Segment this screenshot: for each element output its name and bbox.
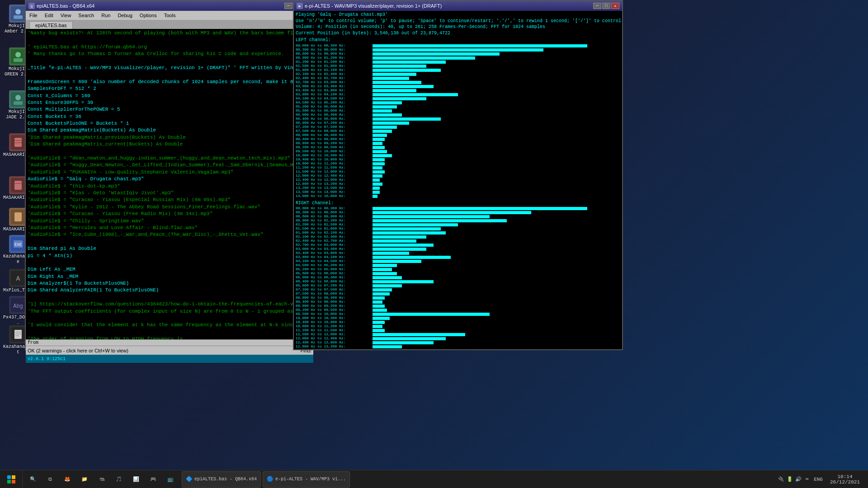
freq-bar <box>373 61 446 64</box>
taskbar-store[interactable]: 🛍 <box>94 471 110 488</box>
freq-bar-container <box>373 56 620 60</box>
freq-bar-right <box>373 313 490 316</box>
menu-file[interactable]: File <box>26 11 41 20</box>
svg-text:A: A <box>16 275 20 282</box>
freq-bar-container-right <box>373 211 620 214</box>
viz-window-controls: ─ □ ✕ <box>593 3 619 9</box>
start-button[interactable] <box>0 470 23 488</box>
menu-search[interactable]: Search <box>75 11 98 20</box>
freq-bar-container-right <box>373 337 620 340</box>
svg-point-1 <box>15 9 21 14</box>
freq-bar-container-right <box>373 276 620 279</box>
minimize-button[interactable]: ─ <box>284 3 292 9</box>
freq-bar-container-right <box>373 256 620 259</box>
taskbar-app3[interactable]: 📺 <box>162 471 179 488</box>
taskbar-app1[interactable]: 📊 <box>128 471 144 488</box>
freq-bar-right <box>373 264 397 267</box>
taskbar-folder[interactable]: 📁 <box>76 471 93 488</box>
viz-close-button[interactable]: ✕ <box>611 3 619 9</box>
menu-edit[interactable]: Edit <box>41 11 57 20</box>
menu-view[interactable]: View <box>57 11 75 20</box>
code-line: 'The order of scanning from LOW to HIGH … <box>28 336 311 339</box>
qb64-window: Q epiALTES.bas - QB64.x64 ─ □ ✕ File Edi… <box>25 0 314 350</box>
code-line: Dim Shared pi As Double <box>28 245 311 252</box>
code-line: 'I would consider that the element at k … <box>28 322 311 328</box>
freq-bar-container-right <box>373 227 620 230</box>
svg-text:EXE: EXE <box>14 243 22 247</box>
qb64-tab[interactable]: epiALTES.bas <box>29 21 73 29</box>
taskbar-search[interactable]: 🔍 <box>25 471 41 488</box>
freq-bar-right <box>373 215 490 218</box>
menu-options[interactable]: Options <box>136 11 160 20</box>
freq-bar-right <box>373 309 387 312</box>
freq-bar <box>373 122 409 125</box>
tray-battery-icon[interactable]: 🔋 <box>786 476 793 483</box>
freq-bar-container-right <box>373 260 620 263</box>
taskbar-media[interactable]: 🎵 <box>111 471 127 488</box>
freq-bar-container-right <box>373 207 620 210</box>
taskbar-viz-app[interactable]: 🔵 e-pi-ALTES - WAV/MP3 vi... <box>263 471 350 488</box>
freq-bar-container-right <box>373 313 620 316</box>
viz-maximize-button[interactable]: □ <box>602 3 610 9</box>
code-line: 'Dim Shared peakmagMatrix_previous(Bucke… <box>28 134 311 141</box>
freq-bar <box>373 130 392 133</box>
viz-minimize-button[interactable]: ─ <box>593 3 601 9</box>
status-text: OK (2 warnings - click here or Ctrl+W to… <box>28 348 128 353</box>
freq-bar-container <box>373 122 620 125</box>
horizontal-scrollbar[interactable]: from <box>26 339 313 346</box>
svg-rect-5 <box>14 58 23 62</box>
viz-titlebar: ▶ e-pi-ALTES - WAV/MP3 visualizer/player… <box>294 1 622 11</box>
tray-network-icon[interactable]: 🔌 <box>778 476 785 483</box>
code-line <box>28 259 311 266</box>
taskbar-app2[interactable]: 🎮 <box>145 471 161 488</box>
taskbar-qb64-app[interactable]: 🔷 epiALTES.bas - QB64.x64 <box>182 471 261 488</box>
taskbar-viz-label: e-pi-ALTES - WAV/MP3 vi... <box>275 477 346 482</box>
freq-bar <box>373 174 382 178</box>
freq-bar-right <box>373 317 390 320</box>
freq-bar <box>373 158 385 161</box>
code-line: 'Dim Shared peakmagMatrix_current(Bucket… <box>28 141 311 148</box>
qb64-icon: Q <box>28 3 35 9</box>
freq-bar-container-right <box>373 292 620 296</box>
freq-bar-container <box>373 109 620 113</box>
taskbar-pinned-icons: 🔍 ⧉ 🦊 📁 🛍 🎵 📊 🎮 📺 <box>23 471 181 488</box>
menu-run[interactable]: Run <box>98 11 114 20</box>
taskbar: 🔍 ⧉ 🦊 📁 🛍 🎵 📊 🎮 📺 🔷 epiALTES.bas - QB64.… <box>0 470 868 488</box>
code-line: AudioFile$ = "Galq - Drugata chast.mp3" <box>28 176 311 183</box>
taskbar-taskview[interactable]: ⧉ <box>42 471 58 488</box>
svg-rect-33 <box>12 480 15 483</box>
freq-bar <box>373 85 434 88</box>
freq-bar-container-right <box>373 296 620 300</box>
freq-bar-right <box>373 337 446 340</box>
tray-keyboard-icon[interactable]: ⌨ <box>803 476 811 483</box>
code-line: 'AudioFile$ = "Hercules and Love Affair … <box>28 225 311 231</box>
tray-volume-icon[interactable]: 🔊 <box>795 476 802 483</box>
freq-bar-container-right <box>373 244 620 247</box>
freq-bar-right <box>373 321 385 324</box>
menu-debug[interactable]: Debug <box>114 11 136 20</box>
freq-bar <box>373 52 500 56</box>
freq-bar-container <box>373 48 620 52</box>
freq-bar-container <box>373 183 620 186</box>
menu-tools[interactable]: Tools <box>160 11 179 20</box>
freq-bar-right <box>373 223 458 226</box>
freq-bar-right <box>373 284 402 287</box>
freq-bar-container-right <box>373 268 620 271</box>
code-line <box>28 239 311 245</box>
freq-bar-right <box>373 235 426 239</box>
left-channel-label: LEFT channel: <box>296 37 620 43</box>
freq-bar-right <box>373 292 390 296</box>
freq-bar <box>373 154 392 157</box>
desktop: MokujIN Amber 2... MokujIN GREEN 2... Mo… <box>0 0 868 488</box>
code-line: 'AudioFile$ = "PUKANIYA - Low-Quality_St… <box>28 169 311 176</box>
code-line <box>28 294 311 301</box>
code-line: Dim Shared AnalyzerPAIR(1 To BucketsPlus… <box>28 287 311 294</box>
freq-bar-container <box>373 81 620 84</box>
freq-bar-container <box>373 146 620 149</box>
freq-bar-right <box>373 305 385 308</box>
taskbar-firefox[interactable]: 🦊 <box>59 471 75 488</box>
freq-bar-container-right <box>373 333 620 336</box>
freq-bar-right <box>373 300 382 304</box>
qb64-editor[interactable]: 'Nasty bug exists?! At 128th second of p… <box>26 29 313 339</box>
freq-bar-right <box>373 248 426 251</box>
